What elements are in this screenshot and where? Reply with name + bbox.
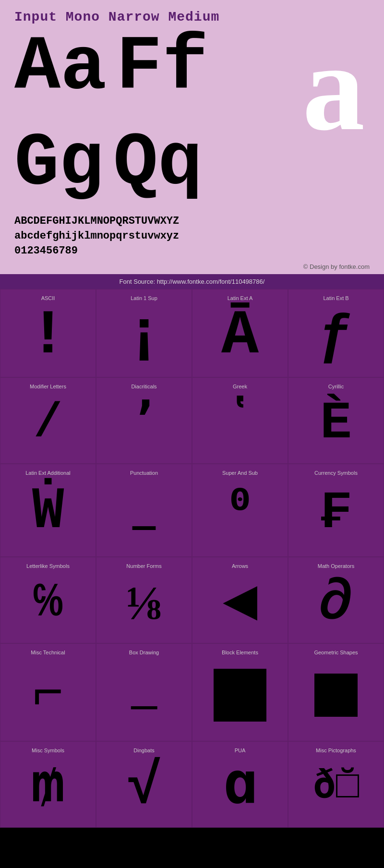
grid-cell-dingbats: Dingbats √ (96, 741, 192, 828)
cell-label-modifier: Modifier Letters (5, 384, 91, 389)
grid-cell-punctuation: Punctuation — (96, 464, 192, 557)
cell-label-currency: Currency Symbols (293, 470, 379, 476)
letter-gg: Gg (14, 127, 104, 201)
glyph-florin: ƒ (319, 307, 353, 365)
big-letters-row1: Aa Ff a (14, 29, 370, 125)
grid-cell-greek: Greek ʽ (192, 377, 288, 464)
cell-label-dingbats: Dingbats (101, 747, 187, 753)
digits-line: 0123456789 (14, 244, 370, 259)
cell-label-numberforms: Number Forms (101, 563, 187, 569)
glyph-wdot: Ẇ (32, 487, 64, 540)
alphabet-section: ABCDEFGHIJKLMNOPQRSTUVWXYZ abcdefghijklm… (0, 207, 384, 261)
copyright: © Design by fontke.com (0, 261, 384, 274)
glyph-exclamation: ! (29, 305, 67, 367)
glyph-greek: ʽ (226, 399, 254, 447)
cell-label-latinextadd: Latin Ext Additional (5, 470, 91, 476)
grid-cell-diacriticals: Diacriticals ʼ (96, 377, 192, 464)
grid-cell-geoshapes: Geometric Shapes (288, 643, 384, 741)
grid-cell-currency: Currency Symbols ₣ (288, 464, 384, 557)
cell-label-geoshapes: Geometric Shapes (293, 650, 379, 655)
grid-cell-ascii: ASCII ! (0, 289, 96, 377)
glyph-geoshape (314, 674, 358, 717)
glyph-supersub: ⁰ (224, 487, 256, 540)
grid-cell-misctech: Misc Technical ⌐ (0, 643, 96, 741)
grid-cell-latinexta: Latin Ext A Ā (192, 289, 288, 377)
cell-label-misctech: Misc Technical (5, 650, 91, 655)
glyph-pua: ɑ (223, 759, 257, 816)
grid-cell-miscpicto: Misc Pictographs ð̆□ (288, 741, 384, 828)
cell-label-supersub: Super And Sub (197, 470, 283, 476)
grid-cell-arrows: Arrows ◀ (192, 557, 288, 643)
grid-cell-pua: PUA ɑ (192, 741, 288, 828)
glyph-picto: ð̆□ (313, 768, 359, 807)
font-preview-area: Input Mono Narrow Medium Aa Ff a Gg Qq (0, 0, 384, 207)
glyph-careof: ℅ (34, 577, 62, 629)
grid-cell-mathops: Math Operators ∂ (288, 557, 384, 643)
grid-cell-letterlike: Letterlike Symbols ℅ (0, 557, 96, 643)
glyph-miscsym: ₥ (32, 761, 64, 814)
grid-cell-blockelements: Block Elements (192, 643, 288, 741)
glyph-cyrillic: È (320, 397, 352, 450)
cell-label-mathops: Math Operators (293, 563, 379, 569)
glyph-grid: ASCII ! Latin 1 Sup ¡ Latin Ext A Ā Lati… (0, 289, 384, 828)
grid-cell-boxdrawing: Box Drawing ─ (96, 643, 192, 741)
letter-aa: Aa (14, 29, 107, 106)
lowercase-line: abcdefghijklmnopqrstuvwxyz (14, 229, 370, 244)
glyph-partial: ∂ (319, 574, 353, 632)
uppercase-line: ABCDEFGHIJKLMNOPQRSTUVWXYZ (14, 214, 370, 229)
big-letters-gq: Gg Qq (14, 127, 203, 201)
glyph-emdash: — (132, 508, 156, 547)
cell-label-greek: Greek (197, 384, 283, 389)
glyph-arrow: ◀ (223, 574, 257, 632)
glyph-fraction: ⅛ (126, 579, 162, 627)
cell-label-boxdrawing: Box Drawing (101, 650, 187, 655)
glyph-corner: ⌐ (32, 669, 64, 722)
glyph-modifier: / (34, 399, 62, 447)
cell-label-letterlike: Letterlike Symbols (5, 563, 91, 569)
grid-cell-supersub: Super And Sub ⁰ (192, 464, 288, 557)
grid-cell-latinextb: Latin Ext B ƒ (288, 289, 384, 377)
cell-label-miscpicto: Misc Pictographs (293, 747, 379, 753)
grid-cell-latin1sup: Latin 1 Sup ¡ (96, 289, 192, 377)
glyph-diacritic: ʼ (130, 399, 158, 447)
cell-label-cyrillic: Cyrillic (293, 384, 379, 389)
big-letters-af: Aa Ff (14, 29, 208, 106)
big-letter-a-white: a (302, 24, 365, 149)
glyph-dingbat: √ (127, 759, 161, 816)
letter-qq: Qq (113, 127, 203, 201)
glyph-boxdraw: ─ (131, 688, 157, 731)
cell-label-latinextb: Latin Ext B (293, 295, 379, 301)
cell-label-pua: PUA (197, 747, 283, 753)
grid-cell-latinextadd: Latin Ext Additional Ẇ (0, 464, 96, 557)
cell-label-diacriticals: Diacriticals (101, 384, 187, 389)
letter-ff: Ff (116, 29, 208, 106)
glyph-amacron: Ā (221, 305, 259, 367)
cell-label-punctuation: Punctuation (101, 470, 187, 476)
grid-cell-numberforms: Number Forms ⅛ (96, 557, 192, 643)
glyph-block (214, 669, 266, 722)
grid-cell-miscsym: Misc Symbols ₥ (0, 741, 96, 828)
glyph-franc: ₣ (320, 487, 352, 540)
glyph-iexcl: ¡ (125, 305, 163, 367)
cell-label-arrows: Arrows (197, 563, 283, 569)
grid-cell-cyrillic: Cyrillic È (288, 377, 384, 464)
source-bar: Font Source: http://www.fontke.com/font/… (0, 274, 384, 289)
cell-label-blockelements: Block Elements (197, 650, 283, 655)
cell-label-miscsym: Misc Symbols (5, 747, 91, 753)
grid-cell-modifier: Modifier Letters / (0, 377, 96, 464)
